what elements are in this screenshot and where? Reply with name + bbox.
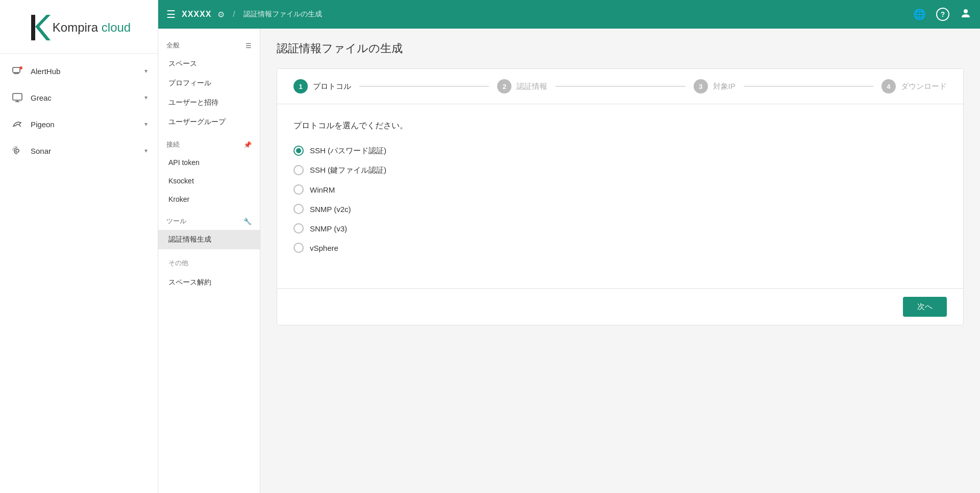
radio-label-ssh-password: SSH (パスワード認証)	[310, 146, 386, 156]
pigeon-chevron-icon: ▾	[144, 121, 148, 128]
radio-winrm[interactable]: WinRM	[293, 184, 947, 195]
sidebar-item-cert-gen[interactable]: 認証情報生成	[158, 230, 260, 249]
main-layout: 全般 ☰ スペース プロフィール ユーザーと招待 ユーザーグループ 接続 📌 A…	[158, 29, 980, 493]
sidebar-item-sonar[interactable]: Sonar ▾	[0, 137, 158, 164]
radio-circle-ssh-password	[293, 146, 304, 156]
step-connector-2-3	[555, 86, 685, 87]
logo-icon	[27, 12, 53, 43]
logo-text: Kompira cloud	[53, 20, 131, 35]
alerthub-icon	[10, 64, 24, 78]
svg-rect-2	[13, 67, 20, 73]
sonar-icon	[10, 144, 24, 158]
sidebar: Kompira cloud AlertHub ▾ Greac	[0, 0, 158, 493]
step-1-label: プロトコル	[313, 82, 351, 91]
step-3-label: 対象IP	[713, 82, 736, 91]
radio-label-ssh-key: SSH (鍵ファイル認証)	[310, 166, 386, 175]
wizard-step-1: 1 プロトコル	[293, 79, 351, 93]
radio-label-winrm: WinRM	[310, 185, 335, 194]
wizard-card: 1 プロトコル 2 認証情報 3 対象IP 4 ダウンロード	[277, 68, 964, 325]
svg-point-3	[19, 66, 22, 69]
step-1-circle: 1	[293, 79, 308, 93]
logo-area: Kompira cloud	[0, 0, 158, 54]
radio-label-vsphere: vSphere	[310, 244, 338, 252]
wizard-step-3: 3 対象IP	[694, 79, 736, 93]
step-4-circle: 4	[881, 79, 896, 93]
sidebar-item-alerthub[interactable]: AlertHub ▾	[0, 58, 158, 84]
radio-vsphere[interactable]: vSphere	[293, 243, 947, 253]
next-button[interactable]: 次へ	[903, 297, 947, 317]
radio-label-snmp-v3: SNMP (v3)	[310, 224, 347, 233]
sidebar-item-cancel-space[interactable]: スペース解約	[158, 273, 260, 292]
section-tools-label: ツール	[166, 217, 186, 226]
user-icon[interactable]	[960, 7, 972, 22]
section-connection-icon: 📌	[243, 141, 252, 149]
sidebar-item-pigeon[interactable]: Pigeon ▾	[0, 111, 158, 137]
radio-snmp-v2c[interactable]: SNMP (v2c)	[293, 204, 947, 214]
greac-label: Greac	[31, 93, 144, 102]
sidebar-item-ksocket[interactable]: Ksocket	[158, 172, 260, 190]
radio-label-snmp-v2c: SNMP (v2c)	[310, 205, 351, 214]
radio-circle-ssh-key	[293, 165, 304, 175]
page-title: 認証情報ファイルの生成	[277, 41, 964, 56]
section-header-general: 全般 ☰	[158, 37, 260, 54]
alerthub-label: AlertHub	[31, 67, 144, 76]
pigeon-icon	[10, 117, 24, 131]
greac-icon	[10, 90, 24, 105]
wizard-body: プロトコルを選んでください。 SSH (パスワード認証) SSH (鍵ファイル認…	[277, 104, 963, 288]
pigeon-label: Pigeon	[31, 120, 144, 129]
wizard-steps: 1 プロトコル 2 認証情報 3 対象IP 4 ダウンロード	[277, 69, 963, 104]
header-gear-icon[interactable]: ⚙	[217, 10, 225, 19]
sidebar-item-api-token[interactable]: API token	[158, 153, 260, 172]
header-breadcrumb: 認証情報ファイルの生成	[243, 10, 322, 19]
sidebar-item-profile[interactable]: プロフィール	[158, 74, 260, 93]
section-general-icon: ☰	[246, 42, 252, 50]
globe-icon[interactable]: 🌐	[913, 8, 926, 20]
radio-circle-snmp-v2c	[293, 204, 304, 214]
header-separator: /	[233, 10, 235, 19]
alerthub-chevron-icon: ▾	[144, 67, 148, 75]
radio-circle-snmp-v3	[293, 223, 304, 233]
help-icon[interactable]: ?	[936, 8, 949, 21]
radio-ssh-key[interactable]: SSH (鍵ファイル認証)	[293, 165, 947, 175]
second-sidebar: 全般 ☰ スペース プロフィール ユーザーと招待 ユーザーグループ 接続 📌 A…	[158, 29, 260, 493]
radio-circle-vsphere	[293, 243, 304, 253]
section-header-tools: ツール 🔧	[158, 213, 260, 230]
wizard-footer: 次へ	[277, 288, 963, 325]
sonar-label: Sonar	[31, 147, 144, 155]
step-2-circle: 2	[497, 79, 511, 93]
sidebar-item-other[interactable]: その他	[158, 253, 260, 273]
menu-icon[interactable]: ☰	[166, 8, 176, 20]
sidebar-item-user-groups[interactable]: ユーザーグループ	[158, 112, 260, 132]
sidebar-item-space[interactable]: スペース	[158, 54, 260, 74]
step-connector-3-4	[744, 86, 873, 87]
protocol-radio-group: SSH (パスワード認証) SSH (鍵ファイル認証) WinRM SNMP (…	[293, 146, 947, 253]
section-header-connection: 接続 📌	[158, 136, 260, 153]
radio-ssh-password[interactable]: SSH (パスワード認証)	[293, 146, 947, 156]
step-3-circle: 3	[694, 79, 708, 93]
section-general-label: 全般	[166, 41, 180, 50]
greac-chevron-icon: ▾	[144, 94, 148, 101]
svg-point-6	[964, 9, 968, 13]
header-actions: 🌐 ?	[913, 7, 972, 22]
sidebar-item-users-invite[interactable]: ユーザーと招待	[158, 93, 260, 112]
main-nav: AlertHub ▾ Greac ▾ Pigeon ▾	[0, 54, 158, 493]
svg-point-5	[16, 149, 19, 152]
step-2-label: 認証情報	[517, 82, 547, 91]
svg-rect-0	[31, 15, 35, 40]
sidebar-item-greac[interactable]: Greac ▾	[0, 84, 158, 111]
wizard-prompt: プロトコルを選んでください。	[293, 121, 947, 131]
svg-marker-1	[35, 15, 51, 40]
step-4-label: ダウンロード	[901, 82, 947, 91]
sonar-chevron-icon: ▾	[144, 147, 148, 154]
top-header: ☰ XXXXX ⚙ / 認証情報ファイルの生成 🌐 ?	[158, 0, 980, 29]
header-app-name: XXXXX	[182, 10, 211, 19]
step-connector-1-2	[359, 86, 489, 87]
radio-snmp-v3[interactable]: SNMP (v3)	[293, 223, 947, 233]
content-area: 認証情報ファイルの生成 1 プロトコル 2 認証情報 3 対象IP	[260, 29, 980, 493]
radio-circle-winrm	[293, 184, 304, 195]
wizard-step-4: 4 ダウンロード	[881, 79, 947, 93]
sidebar-item-kroker[interactable]: Kroker	[158, 190, 260, 208]
section-connection-label: 接続	[166, 140, 180, 149]
svg-rect-4	[13, 93, 22, 100]
section-tools-icon: 🔧	[243, 218, 252, 225]
